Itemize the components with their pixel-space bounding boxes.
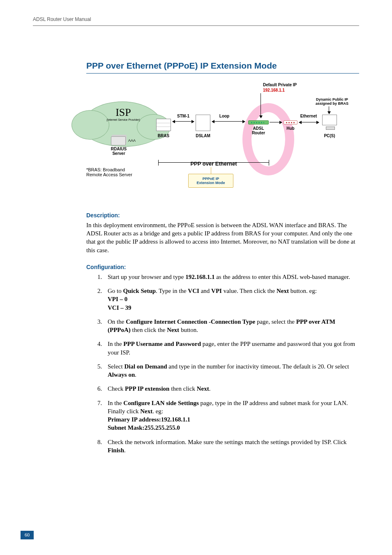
text: .	[124, 447, 126, 454]
text: button. eg:	[289, 288, 317, 294]
pppoe-mode-callout: PPPoE IP Extension Mode	[188, 174, 233, 188]
text: button.	[179, 327, 198, 333]
ui-ref: Next	[140, 408, 152, 415]
page-number: 60	[21, 531, 34, 539]
step-2: Go to Quick Setup. Type in the VCI and V…	[104, 287, 359, 312]
text: On the	[108, 318, 126, 325]
text: Select	[108, 363, 124, 370]
ui-ref: Finish	[108, 447, 124, 454]
ip-address: 192.168.1.1	[185, 274, 214, 280]
step-3: On the Configure Internet Connection -Co…	[104, 318, 359, 334]
configuration-steps: Start up your browser and type 192.168.1…	[86, 273, 359, 454]
ui-ref: Next	[167, 327, 179, 333]
step-5: Select Dial on Demand and type in the nu…	[104, 362, 359, 379]
ui-ref: Configure Internet Connection -Connectio…	[126, 318, 255, 325]
default-ip-value: 192.168.1.1	[263, 88, 312, 92]
text: Check	[108, 385, 125, 392]
primary-ip: Primary IP address:192.168.1.1	[108, 416, 190, 423]
step-4: In the PPP Username and Password page, e…	[104, 340, 359, 357]
subnet-mask: Subnet Mask:255.255.255.0	[108, 424, 180, 431]
text: then click the	[131, 327, 167, 333]
text: and type in the number for inactivity ti…	[167, 363, 349, 370]
ui-ref: VCI	[188, 288, 199, 294]
ui-ref: Always on	[108, 371, 135, 378]
ethernet-label: Ethernet	[297, 114, 321, 118]
ui-ref: Next	[277, 288, 289, 294]
ui-ref: PPP Username and Password	[123, 341, 201, 347]
ui-ref: PPP IP extension	[125, 385, 169, 392]
text: and	[199, 288, 211, 294]
adsl-router-label: ADSL Router	[246, 126, 271, 135]
loop-link	[212, 121, 245, 122]
description-heading: Description:	[86, 212, 359, 219]
dyn-ip-label: Dynamic Public IP assigned by BRAS	[307, 97, 357, 106]
running-header: ADSL Router User Manual	[33, 16, 359, 26]
text: . eg:	[152, 408, 163, 415]
ui-ref: Configure LAN side Settings	[123, 400, 199, 406]
aaa-label: AAA	[128, 138, 136, 143]
text: .	[209, 385, 211, 392]
text: Go to	[108, 288, 123, 294]
text: . Type in the	[156, 288, 188, 294]
stm1-link	[173, 121, 194, 122]
ethernet-link	[299, 122, 319, 122]
text: Start up your browser and type	[108, 274, 185, 280]
default-ip-title: Default Private IP	[263, 83, 316, 87]
text: Check the network information. Make sure…	[108, 439, 347, 445]
pppoe-scope-icon	[242, 103, 294, 175]
default-ip-arrow	[261, 93, 261, 118]
router-hub-link	[270, 122, 282, 122]
text: then click	[169, 385, 196, 392]
stm1-label: STM-1	[174, 114, 192, 118]
dslam-label: DSLAM	[191, 134, 214, 138]
pc-label: PC(S)	[318, 134, 341, 138]
text: In the	[108, 400, 123, 406]
ui-ref: VPI	[211, 288, 222, 294]
isp-label: ISP	[99, 106, 148, 119]
step-7: In the Configure LAN side Settings page,…	[104, 399, 359, 432]
text: .	[135, 371, 136, 378]
configuration-heading: Configuration:	[86, 263, 359, 271]
adsl-router-icon	[248, 120, 269, 124]
loop-label: Loop	[216, 114, 233, 118]
vpi-value: VPI – 0	[108, 296, 127, 302]
bras-label: BRAS	[152, 134, 175, 138]
ui-ref: Dial on Demand	[124, 363, 167, 370]
vci-value: VCI – 39	[108, 304, 131, 311]
callout-connector	[211, 167, 211, 174]
text: page, select the	[255, 318, 296, 325]
ppp-span-label: PPP over Ethernet	[181, 161, 247, 167]
hub-label: Hub	[281, 126, 300, 131]
description-text: In this deployment environment, the PPPo…	[86, 221, 359, 254]
section-title: PPP over Ethernet (PPPoE) IP Extension M…	[86, 61, 359, 74]
step-6: Check PPP IP extension then click Next.	[104, 385, 359, 393]
ui-ref: Next	[197, 385, 209, 392]
text: as the address to enter this ADSL web-ba…	[214, 274, 350, 280]
isp-sublabel: (Internet Service Provider)	[95, 118, 152, 121]
ui-ref: Quick Setup	[123, 288, 156, 294]
hub-icon	[284, 120, 297, 124]
content-body: Description: In this deployment environm…	[86, 212, 359, 454]
step-1: Start up your browser and type 192.168.1…	[104, 273, 359, 281]
manual-page: ADSL Router User Manual PPP over Etherne…	[0, 0, 392, 555]
bras-note: *BRAS: Broadband Remote Access Server	[86, 167, 132, 177]
aaa-server-icon	[111, 136, 126, 145]
pc-icon	[322, 115, 337, 125]
text: In the	[108, 341, 123, 347]
network-diagram: ISP (Internet Service Provider) AAA RDAI…	[86, 81, 359, 203]
bras-icon	[156, 119, 171, 131]
step-8: Check the network information. Make sure…	[104, 438, 359, 455]
dslam-icon	[196, 115, 210, 131]
radius-label: RDAIUS Server	[104, 147, 133, 156]
dyn-ip-arrow	[329, 106, 329, 114]
text: value. Then click the	[222, 288, 277, 294]
